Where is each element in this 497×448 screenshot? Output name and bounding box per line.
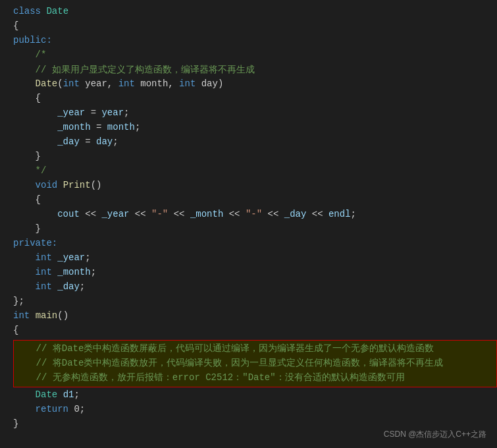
code-token: ;: [135, 122, 140, 132]
code-line: Date d1;: [13, 389, 497, 403]
code-token: ;: [74, 389, 79, 400]
line-content: Date d1;: [13, 389, 80, 400]
code-token: _year: [101, 209, 129, 219]
line-content: Date(int year, int month, int day): [13, 78, 223, 89]
code-token: <<: [223, 209, 246, 219]
code-token: [13, 252, 36, 263]
code-token: ;: [113, 136, 118, 147]
code-line: Date(int year, int month, int day): [13, 78, 497, 92]
line-content: // 将Date类中构造函数放开，代码编译失败，因为一旦显式定义任何构造函数，编…: [14, 357, 443, 369]
code-line: cout << _year << "-" << _month << "-" <<…: [13, 208, 497, 223]
code-line: // 将Date类中构造函数屏蔽后，代码可以通过编译，因为编译器生成了一个无参的…: [14, 342, 496, 356]
code-token: [52, 267, 57, 277]
code-token: _day: [57, 281, 80, 292]
line-content: // 无参构造函数，放开后报错：error C2512："Date"：没有合适的…: [14, 372, 405, 383]
code-token: main: [36, 310, 58, 321]
code-token: endl: [328, 209, 351, 219]
code-token: // 无参构造函数，放开后报错：error C2512："Date"：没有合适的…: [14, 372, 405, 383]
line-content: int _year;: [13, 252, 91, 263]
code-token: day): [196, 78, 223, 89]
code-line: {: [13, 194, 497, 208]
code-token: _year: [57, 107, 85, 118]
code-token: _month: [57, 122, 90, 132]
line-content: {: [13, 194, 41, 205]
code-token: [13, 180, 36, 190]
code-line: // 将Date类中构造函数放开，代码编译失败，因为一旦显式定义任何构造函数，编…: [14, 356, 496, 371]
code-token: _day: [284, 209, 307, 219]
code-token: /*: [13, 49, 46, 60]
code-token: <<: [306, 209, 328, 219]
code-token: Date: [36, 389, 58, 400]
code-token: _month: [190, 209, 223, 219]
code-token: int: [13, 310, 30, 321]
code-lines: class Date{public: /* // 如果用户显式定义了构造函数，编…: [13, 5, 497, 432]
code-token: _year: [57, 252, 85, 263]
code-token: public:: [13, 35, 52, 45]
code-line: public:: [13, 34, 497, 49]
code-token: }: [13, 418, 18, 429]
code-token: // 将Date类中构造函数屏蔽后，代码可以通过编译，因为编译器生成了一个无参的…: [14, 343, 434, 354]
code-line: int _month;: [13, 266, 497, 281]
code-token: <<: [80, 209, 102, 219]
code-token: _day: [57, 136, 80, 147]
code-token: <<: [262, 209, 284, 219]
line-content: // 如果用户显式定义了构造函数，编译器将不再生成: [13, 64, 255, 76]
code-token: Date: [46, 6, 68, 16]
code-token: return: [36, 404, 68, 414]
code-token: {: [13, 93, 41, 103]
line-content: int main(): [13, 310, 68, 321]
line-content: {: [13, 20, 18, 31]
code-token: };: [13, 296, 24, 306]
line-content: }: [13, 151, 41, 161]
code-token: int: [118, 78, 135, 89]
code-token: [52, 252, 57, 263]
line-content: /*: [13, 49, 46, 60]
code-line: int _day;: [13, 281, 497, 295]
line-content: }: [13, 223, 41, 234]
code-token: Date: [36, 78, 58, 89]
code-token: <<: [129, 209, 151, 219]
watermark: CSDN @杰信步迈入C++之路: [384, 429, 486, 440]
code-token: <<: [168, 209, 190, 219]
line-content: void Print(): [13, 180, 101, 190]
line-content: }: [13, 418, 18, 429]
line-content: cout << _year << "-" << _month << "-" <<…: [13, 209, 356, 219]
code-token: private:: [13, 238, 57, 248]
code-token: (): [57, 310, 68, 321]
code-token: =: [80, 136, 96, 147]
code-token: {: [13, 325, 18, 335]
code-line: return 0;: [13, 403, 497, 418]
line-content: private:: [13, 238, 57, 248]
code-token: day: [96, 136, 113, 147]
code-token: ;: [80, 281, 85, 292]
code-token: [13, 389, 36, 400]
code-token: 0;: [68, 404, 85, 414]
code-token: int: [36, 252, 52, 263]
code-token: d1: [63, 389, 74, 400]
code-token: int: [63, 78, 80, 89]
code-line: {: [13, 92, 497, 107]
code-token: [57, 389, 63, 400]
code-token: }: [13, 223, 41, 234]
code-token: cout: [57, 209, 80, 219]
code-token: int: [36, 267, 52, 277]
code-token: ;: [124, 107, 129, 118]
code-token: [13, 281, 36, 292]
line-content: };: [13, 296, 24, 306]
code-token: [30, 310, 35, 321]
code-token: ;: [351, 209, 356, 219]
line-content: int _month;: [13, 267, 96, 277]
code-line: int main(): [13, 310, 497, 324]
code-token: {: [13, 194, 41, 205]
code-token: [13, 267, 36, 277]
code-line: void Print(): [13, 179, 497, 194]
code-token: (: [57, 78, 63, 89]
line-content: */: [13, 165, 46, 176]
code-line: _month = month;: [13, 121, 497, 136]
line-content: class Date: [13, 6, 68, 16]
code-token: (): [91, 180, 102, 190]
code-token: [13, 404, 36, 414]
code-token: [13, 78, 36, 89]
code-line: _year = year;: [13, 107, 497, 121]
code-line: _day = day;: [13, 136, 497, 150]
